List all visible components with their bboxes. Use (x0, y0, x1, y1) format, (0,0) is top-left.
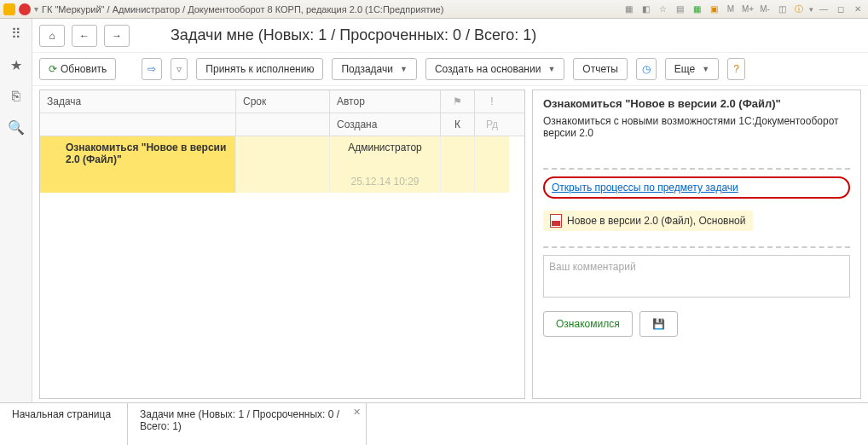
task-detail-pane: Ознакомиться "Новое в версии 2.0 (Файл)"… (532, 90, 861, 399)
calculator-icon[interactable]: ▦ (690, 3, 703, 16)
app-icon (3, 3, 15, 15)
titlebar-tools: ▦ ◧ ☆ ▤ ▦ ▣ M M+ M- ◫ ⓘ ▾ — ◻ ✕ (622, 3, 865, 16)
grid-subheader-row: Создана К Рд (40, 113, 524, 136)
pdf-icon (550, 214, 562, 228)
task-author-cell: Администратор (330, 136, 441, 170)
subtasks-button[interactable]: Подзадачи▼ (332, 58, 417, 80)
col-author[interactable]: Автор (330, 90, 441, 113)
divider (543, 246, 850, 248)
help-button[interactable]: ? (727, 58, 745, 80)
top-nav: ⌂ ← → Задачи мне (Новых: 1 / Просроченны… (32, 19, 868, 53)
tool-icon[interactable]: ◧ (639, 3, 652, 16)
tool-icon[interactable]: ▦ (622, 3, 635, 16)
task-title-cell: Ознакомиться "Новое в версии 2.0 (Файл)" (40, 136, 236, 170)
create-based-button[interactable]: Создать на основании▼ (425, 58, 564, 80)
comment-input[interactable]: Ваш комментарий (543, 255, 850, 298)
maximize-icon[interactable]: ◻ (834, 3, 848, 16)
annotation-highlight: Открыть процессы по предмету задачи (543, 176, 850, 199)
close-tab-icon[interactable]: ✕ (353, 407, 361, 418)
close-dot-icon[interactable] (19, 3, 31, 15)
panel-icon[interactable]: ◫ (775, 3, 789, 16)
search-icon[interactable]: 🔍 (8, 119, 25, 136)
forward-button[interactable]: → (104, 25, 130, 47)
home-button[interactable]: ⌂ (39, 25, 65, 47)
refresh-button[interactable]: ⟳Обновить (39, 58, 116, 80)
col-excl[interactable]: ! (475, 90, 509, 113)
back-button[interactable]: ← (72, 25, 97, 47)
col-flag[interactable]: ⚑ (441, 90, 475, 113)
acknowledge-button[interactable]: Ознакомился (543, 311, 633, 337)
bottom-tab-bar: Начальная страница Задачи мне (Новых: 1 … (0, 402, 868, 445)
clock-button[interactable]: ◷ (636, 58, 657, 80)
save-button[interactable]: 💾 (639, 311, 678, 337)
grid-header-row: Задача Срок Автор ⚑ ! (40, 90, 524, 113)
divider (543, 168, 850, 170)
left-rail: ⠿ ★ ⎘ 🔍 (0, 19, 32, 402)
window-titlebar: ▾ ГК "Меркурий" / Администратор / Докуме… (0, 0, 868, 19)
calendar-icon[interactable]: ▣ (707, 3, 720, 16)
page-title: Задачи мне (Новых: 1 / Просроченных: 0 /… (171, 26, 536, 44)
attachment-item[interactable]: Новое в версии 2.0 (Файл), Основной (543, 211, 753, 231)
col-due[interactable]: Срок (236, 90, 330, 113)
reports-button[interactable]: Отчеты (573, 58, 627, 80)
star-icon[interactable]: ★ (10, 57, 22, 73)
minimize-icon[interactable]: — (817, 3, 830, 16)
attachment-label: Новое в версии 2.0 (Файл), Основной (567, 215, 746, 227)
close-icon[interactable]: ✕ (851, 3, 865, 16)
info-icon[interactable]: ⓘ (792, 3, 806, 16)
tool-icon[interactable]: ▤ (673, 3, 686, 16)
detail-title: Ознакомиться "Новое в версии 2.0 (Файл)" (543, 97, 850, 110)
tab-start-page[interactable]: Начальная страница (0, 403, 128, 445)
m-minus-button[interactable]: M- (758, 3, 772, 16)
forward-action-button[interactable]: ⇨ (142, 58, 162, 80)
m-plus-button[interactable]: M+ (741, 3, 755, 16)
window-title-text: ГК "Меркурий" / Администратор / Документ… (42, 4, 443, 14)
table-row-sub[interactable]: 25.12.14 10:29 (40, 170, 524, 193)
toolbar: ⟳Обновить ⇨ ▿ Принять к исполнению Подза… (32, 53, 868, 86)
col-k[interactable]: К (441, 113, 475, 136)
tab-tasks[interactable]: Задачи мне (Новых: 1 / Просроченных: 0 /… (128, 403, 367, 445)
history-icon[interactable]: ⎘ (12, 89, 20, 104)
col-task[interactable]: Задача (40, 90, 236, 113)
m-button[interactable]: M (724, 3, 738, 16)
apps-icon[interactable]: ⠿ (11, 26, 21, 42)
table-row[interactable]: Ознакомиться "Новое в версии 2.0 (Файл)"… (40, 136, 524, 170)
col-rd[interactable]: Рд (475, 113, 509, 136)
accept-button[interactable]: Принять к исполнению (196, 58, 323, 80)
task-list-pane: Задача Срок Автор ⚑ ! Создана К Рд Ознак… (39, 90, 525, 399)
detail-description: Ознакомиться с новыми возможностями 1С:Д… (543, 115, 850, 139)
open-processes-link[interactable]: Открыть процессы по предмету задачи (552, 182, 738, 194)
funnel-button[interactable]: ▿ (171, 58, 188, 80)
col-created[interactable]: Создана (330, 113, 441, 136)
tool-icon[interactable]: ☆ (656, 3, 669, 16)
task-created-cell: 25.12.14 10:29 (330, 170, 441, 193)
more-button[interactable]: Еще▼ (665, 58, 719, 80)
